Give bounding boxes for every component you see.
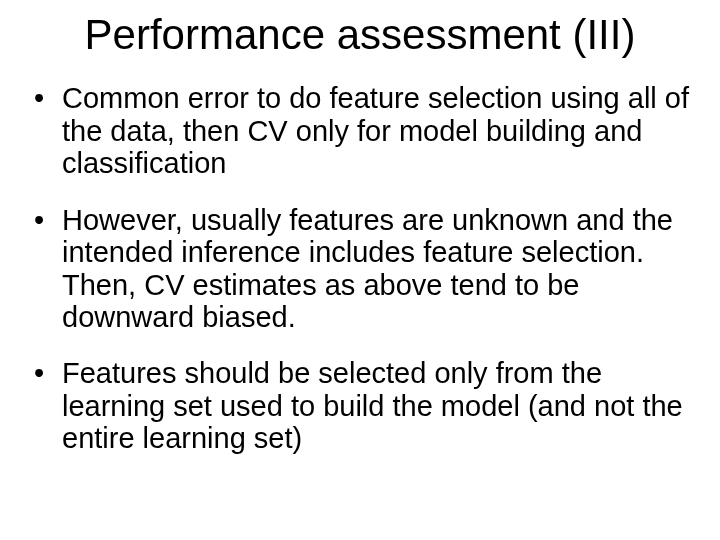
bullet-item: Common error to do feature selection usi… (28, 82, 692, 179)
bullet-text: However, usually features are unknown an… (62, 204, 673, 333)
bullet-list: Common error to do feature selection usi… (28, 82, 692, 455)
slide-title: Performance assessment (III) (28, 12, 692, 58)
bullet-item: Features should be selected only from th… (28, 357, 692, 454)
bullet-item: However, usually features are unknown an… (28, 204, 692, 334)
bullet-text: Features should be selected only from th… (62, 357, 683, 454)
slide: Performance assessment (III) Common erro… (0, 0, 720, 540)
bullet-text: Common error to do feature selection usi… (62, 82, 689, 179)
